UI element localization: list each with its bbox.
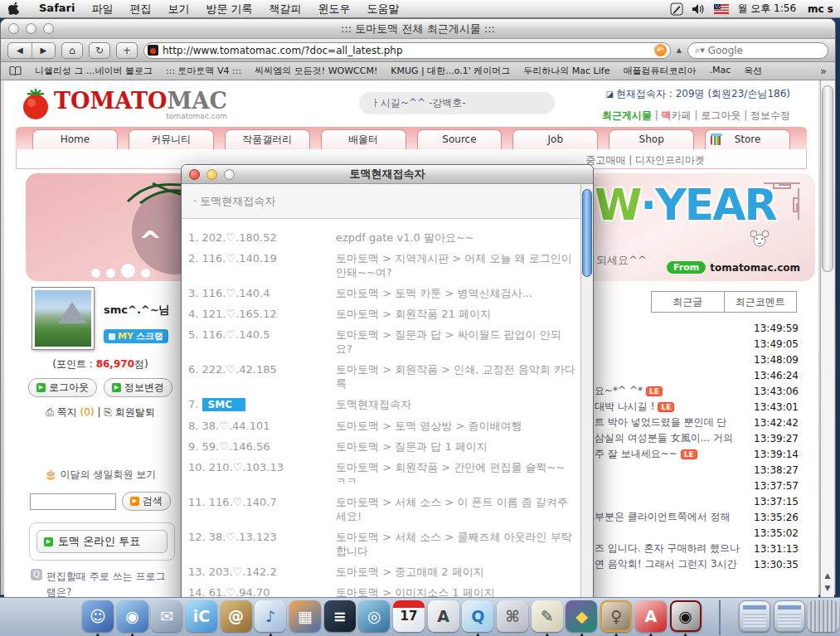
online-vote-button[interactable]: ▶토맥 온라인 투표 <box>36 530 168 553</box>
visitor-location-link[interactable]: ezpdf gate v1.0 팔아요~~ <box>336 231 575 245</box>
visitor-location-link[interactable]: 토마토맥 > 서체 소스 > 쿨째즈체 아웃라인 부탁합니다 <box>336 530 575 558</box>
visitor-location-link[interactable]: 토마토맥 > 질문과 답 > 싸이월드 팝업이 안되요? <box>336 328 575 356</box>
menu-item[interactable]: 방문 기록 <box>197 2 260 17</box>
dock-item[interactable]: ◎ ▲ <box>358 600 391 632</box>
recent-posts-link[interactable]: 최근게시물 <box>602 109 652 121</box>
trash-icon[interactable] <box>808 600 839 632</box>
menu-item[interactable]: 편집 <box>121 2 159 17</box>
edit-info-link[interactable]: 정보수정 <box>750 109 790 121</box>
back-forward-buttons[interactable]: ◀ ▶ <box>7 42 56 59</box>
recent-comment-text[interactable]: 부분은 클라이언트쪽에서 정해 <box>595 510 731 524</box>
autofill-caret-icon[interactable]: ▲ <box>677 46 682 54</box>
bookmark-item[interactable]: 두리하나의 Mac Life <box>523 65 609 77</box>
ichat-icon[interactable]: iC <box>186 600 217 632</box>
withdraw-link[interactable]: 회원탈퇴 <box>115 406 155 418</box>
sidebar-badge-link[interactable]: 명예전당 <box>129 433 180 459</box>
dock-item[interactable]: A ▲ <box>634 600 668 636</box>
finder-icon[interactable]: ☺ <box>82 600 114 632</box>
dock-item[interactable]: ♪ ▲ <box>254 600 287 636</box>
bookmark-item[interactable]: KMUG | 대한...o.1' 케이머그 <box>391 65 510 77</box>
logout-button[interactable]: ▶로그아웃 <box>28 378 97 397</box>
bookmark-item[interactable]: 애플컴퓨터코리아 <box>623 65 696 77</box>
imovie-icon[interactable]: ≡ <box>324 600 356 632</box>
tab-recent-comments[interactable]: 최근코멘트 <box>724 292 797 312</box>
nav-tab[interactable]: Job <box>512 129 598 149</box>
dock-item[interactable]: @ ▲ <box>220 600 253 632</box>
sidebar-search-input[interactable] <box>30 493 116 510</box>
dock-item[interactable]: ▲ <box>703 600 736 635</box>
my-scrap-button[interactable]: MY스크랩 <box>104 329 168 343</box>
itunes-icon[interactable]: ♪ <box>255 600 286 632</box>
menu-item[interactable]: 책갈피 <box>261 2 310 17</box>
dock-item[interactable]: ☺ ▲ <box>81 600 114 636</box>
bookmark-item[interactable]: 씨씨엠의 모든것! WOWCCM! <box>255 65 377 77</box>
recent-comment-text[interactable]: 대박 나시길 ! <box>595 400 654 414</box>
forward-button[interactable]: ▶ <box>32 43 56 58</box>
scroll-up-arrow[interactable]: ▲ <box>821 570 834 582</box>
dock-item[interactable]: ▦ ▲ <box>289 600 322 632</box>
scroll-down-arrow[interactable]: ▼ <box>821 582 834 595</box>
acrobat-icon[interactable]: A <box>635 600 667 632</box>
dock-item[interactable]: ◆ ▲ <box>566 600 599 636</box>
nav-tab[interactable]: Store <box>705 129 790 149</box>
dock-item[interactable]: ⌘ ▲ <box>496 600 529 632</box>
dock-item[interactable]: ≡ ▲ <box>323 600 357 632</box>
popup-title-bar[interactable]: 토맥현재접속자 <box>182 165 593 184</box>
dock-item[interactable]: 17 ▲ <box>392 600 425 632</box>
bookmark-item[interactable]: .Mac <box>709 65 731 77</box>
visitor-location-link[interactable]: 토마토맥 > 서체 소스 > 이 폰트 이름 좀 갈켜주세요! <box>336 495 575 523</box>
recent-comment-text[interactable]: 트 박아 넣었드렸을 뿐인데 단 <box>595 415 726 430</box>
safari-icon[interactable]: ◉ <box>117 600 148 632</box>
minimized-window-icon[interactable] <box>739 600 770 632</box>
nav-tab[interactable]: Shop <box>609 129 694 149</box>
site-logo[interactable]: TOMATOMAC tomatomac.com <box>21 87 227 120</box>
textedit-icon[interactable]: A <box>428 600 459 632</box>
bookmarks-book-icon[interactable] <box>9 66 22 75</box>
logout-link[interactable]: 로그아웃 <box>701 109 740 121</box>
minimized-window-safari-icon[interactable] <box>774 600 805 632</box>
visitor-location-link[interactable]: 토마토맥 > 중고매매 2 페이지 <box>336 565 575 579</box>
recent-comment-text[interactable]: 삼실의 여성분들 女風이... 거의 <box>595 431 733 445</box>
menu-item[interactable]: Safari <box>31 2 83 17</box>
dock-item[interactable]: Q ▲ <box>462 600 495 636</box>
dock-item[interactable]: ◉ ▲ <box>669 600 702 636</box>
recent-comment-text[interactable]: 즈 입니다. 혼자 구매하려 했으나 <box>595 541 740 556</box>
menu-clock[interactable]: 월 오후 1:56 <box>737 2 796 16</box>
idvd-icon[interactable]: ◎ <box>358 600 390 632</box>
ical-icon[interactable]: 17 <box>393 600 425 632</box>
visitor-location-link[interactable]: 토마토맥 > 토맥 카툰 > 병역신체검사... <box>336 286 575 300</box>
mac-cafe-link-rest[interactable]: 카페 <box>672 109 692 121</box>
window-scrollbar[interactable]: ▲ ▼ <box>820 80 834 613</box>
menu-item[interactable]: 보기 <box>159 2 197 17</box>
dock-item[interactable]: ▲ <box>807 600 840 632</box>
menu-item[interactable]: 파일 <box>83 2 121 17</box>
mail-icon[interactable]: ✉ <box>151 600 182 632</box>
memo-link[interactable]: 쪽지 <box>57 406 77 418</box>
nav-tab[interactable]: Home <box>32 129 118 149</box>
dock-item[interactable]: ✉ ▲ <box>150 600 183 632</box>
photoshop-icon[interactable]: ◉ <box>670 600 702 632</box>
dock-item[interactable]: ▲ <box>773 600 806 632</box>
visitor-location-link[interactable]: 토마토맥 > 회원작품 21 페이지 <box>336 307 575 321</box>
nav-tab[interactable]: 배울터 <box>321 129 406 149</box>
visitor-location-link[interactable]: 토마토맥 > 토맥 영상방 > 종이배여행 <box>336 419 575 433</box>
system-preferences-icon[interactable]: ⌘ <box>497 600 528 632</box>
nav-tab[interactable]: 작품갤러리 <box>225 129 310 149</box>
window-title-bar[interactable]: ::: 토마토맥 전체 최근게시물 ::: <box>1 19 835 39</box>
birthday-members-link[interactable]: 🎂 이달의 생일회원 보기 <box>21 468 180 482</box>
mac-cafe-link[interactable]: 맥 <box>662 109 672 121</box>
illustrator-icon[interactable]: ♀ <box>600 600 632 632</box>
recent-comment-text[interactable]: 요~*^ ^* <box>595 384 643 398</box>
bookmark-item[interactable]: ::: 토마토맥 V4 ::: <box>166 65 241 77</box>
dock-item[interactable]: A ▲ <box>427 600 460 632</box>
dock-item[interactable]: ♀ ▲ <box>600 600 633 636</box>
apple-menu-icon[interactable] <box>8 2 19 15</box>
snapback-icon[interactable]: ↶ <box>654 44 667 56</box>
input-language-flag-icon[interactable] <box>714 4 729 14</box>
nav-tab[interactable]: 커뮤니티 <box>129 129 214 149</box>
edit-info-button[interactable]: ▶정보변경 <box>104 378 172 397</box>
visitor-location-link[interactable]: 토맥현재접속자 <box>336 397 575 412</box>
search-input[interactable] <box>708 45 799 56</box>
recent-comment-text[interactable]: 연 음악회! 그래서 그런지 3시간 <box>595 557 737 571</box>
sidebar-search-button[interactable]: ▶검색 <box>122 492 171 511</box>
